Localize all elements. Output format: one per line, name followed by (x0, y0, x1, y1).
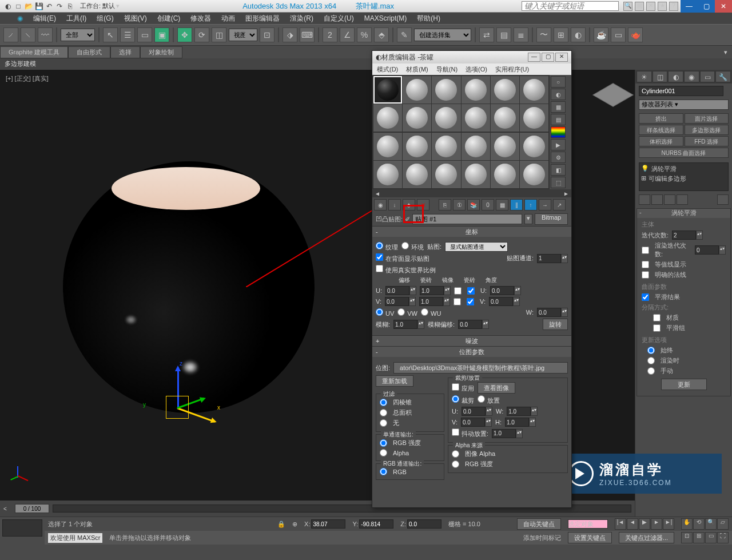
filter-pyramidal[interactable]: 四棱锥 (380, 398, 440, 407)
z-input[interactable] (407, 519, 441, 529)
sample-slot[interactable] (403, 104, 431, 132)
viewport-label[interactable]: [+] [正交] [真实] (6, 74, 49, 83)
menu-group[interactable]: 组(G) (97, 14, 113, 23)
map-name-input[interactable] (412, 214, 522, 224)
exchange-icon[interactable]: ✕ (646, 2, 655, 11)
menu-help[interactable]: 帮助(H) (417, 14, 440, 23)
select-name-icon[interactable]: ☰ (120, 27, 135, 42)
remove-icon[interactable] (677, 194, 688, 205)
patch-select-button[interactable]: 面片选择 (685, 113, 729, 124)
sep-material-check[interactable]: 材质 (642, 313, 726, 322)
blur-spinner[interactable] (393, 320, 417, 329)
slot-scrollbar[interactable]: ◄► (372, 189, 571, 197)
pan-icon[interactable]: ✋ (681, 518, 693, 530)
selection-filter[interactable]: 全部 (61, 29, 95, 41)
max-toggle-icon[interactable]: ⛶ (717, 532, 729, 543)
u-mirror[interactable] (454, 287, 462, 295)
explicit-normals-check[interactable]: 明确的法线 (642, 271, 726, 279)
sample-slot[interactable] (373, 104, 402, 132)
favorite-icon[interactable]: ★ (658, 2, 667, 11)
nurbs-select-button[interactable]: NURBS 曲面选择 (639, 148, 729, 158)
sample-slot[interactable] (491, 76, 519, 104)
put-to-scene-icon[interactable]: ↓ (388, 199, 401, 211)
redo-icon[interactable]: ↷ (55, 2, 64, 11)
prev-frame-icon[interactable]: ◄ (627, 518, 638, 530)
menu-tools[interactable]: 工具(I) (66, 14, 86, 23)
uv-radio[interactable]: UV (376, 308, 394, 317)
dropdown-icon[interactable]: ▾ (524, 214, 532, 224)
close-button[interactable]: ✕ (555, 53, 568, 62)
alpha-rgb[interactable]: RGB 强度 (452, 460, 564, 468)
modifier-list[interactable]: 修改器列表 ▾ (639, 100, 729, 110)
hierarchy-tab-icon[interactable]: ◐ (668, 71, 683, 82)
sample-slot[interactable] (403, 76, 431, 104)
abs-rel-icon[interactable]: ⊕ (292, 521, 297, 528)
menu-options[interactable]: 选项(O) (466, 65, 487, 74)
display-tab-icon[interactable]: ▭ (700, 71, 715, 82)
update-always-radio[interactable]: 始终 (642, 346, 726, 355)
polygon-modeling-label[interactable]: 多边形建模 (5, 60, 36, 67)
sample-slot[interactable] (373, 76, 402, 104)
show-end-icon[interactable] (651, 194, 663, 205)
poly-select-button[interactable]: 多边形选择 (685, 125, 729, 135)
v-offset[interactable] (385, 297, 409, 306)
view-image-button[interactable]: 查看图像 (478, 382, 515, 394)
isoline-check[interactable]: 等值线显示 (642, 260, 726, 269)
lock-icon[interactable]: 🔒 (277, 521, 285, 528)
bitmap-path-button[interactable]: ator\Desktop\3Dmax茶叶罐身模型制作教程\茶叶.jpg (393, 362, 568, 374)
menu-modifiers[interactable]: 修改器 (190, 14, 211, 23)
rotate-icon[interactable]: ⟳ (194, 27, 209, 42)
selected-objects-field[interactable]: 选定对象 (568, 519, 608, 529)
snap-percent-icon[interactable]: % (357, 27, 372, 42)
snap-2d-icon[interactable]: 2 (323, 27, 337, 42)
create-tab-icon[interactable]: ☀ (636, 71, 652, 82)
ribbon-expand-icon[interactable]: ▾ (719, 49, 732, 56)
timeline-arrow-icon[interactable]: < (0, 506, 10, 512)
curve-editor-icon[interactable]: 〜 (536, 27, 551, 42)
sample-slot[interactable] (432, 104, 460, 132)
ref-coord-system[interactable]: 视图 (229, 29, 257, 41)
render-iter-check[interactable]: 渲染迭代次数: ▴▾ (642, 241, 726, 259)
auto-key-button[interactable]: 自动关键点 (517, 518, 561, 530)
stack-item[interactable]: 💡涡轮平滑 (640, 164, 727, 174)
move-gizmo[interactable]: z x y (137, 367, 223, 453)
schematic-icon[interactable]: ⊞ (554, 27, 568, 42)
configure-icon[interactable] (717, 194, 729, 205)
search-input[interactable] (522, 1, 619, 11)
v-tile-check[interactable] (467, 298, 474, 305)
backlight-icon[interactable]: ◐ (551, 89, 566, 100)
sample-slot[interactable] (462, 76, 490, 104)
add-time-tag[interactable]: 添加时间标记 (523, 534, 561, 542)
texture-radio[interactable]: 纹理 (376, 242, 398, 252)
move-icon[interactable]: ✥ (177, 27, 192, 42)
region-zoom-icon[interactable]: ▭ (705, 532, 717, 543)
named-sel-edit-icon[interactable]: ✎ (397, 27, 412, 42)
ribbon-tab-graphite[interactable]: Graphite 建模工具 (0, 46, 68, 58)
link-icon[interactable]: ⟋ (3, 27, 18, 42)
jitter-spinner[interactable] (492, 429, 516, 438)
close-button[interactable]: ✕ (715, 0, 732, 13)
minimize-button[interactable]: — (681, 0, 698, 13)
unique-icon[interactable] (664, 194, 675, 205)
fov-icon[interactable]: ▱ (717, 518, 729, 530)
menu-customize[interactable]: 自定义(U) (324, 14, 354, 23)
menu-render[interactable]: 渲染(R) (290, 14, 313, 23)
channel-spinner[interactable] (537, 254, 561, 263)
video-check-icon[interactable] (551, 126, 566, 138)
minimize-button[interactable]: — (528, 53, 540, 62)
u-tile[interactable] (420, 286, 444, 295)
ffd-select-button[interactable]: FFD 选择 (685, 136, 729, 146)
mtl-map-nav-icon[interactable]: ⬚ (551, 177, 566, 188)
maximize-button[interactable]: ▢ (698, 0, 715, 13)
u-angle[interactable] (490, 286, 514, 295)
sample-slot[interactable] (491, 133, 519, 160)
modifier-stack[interactable]: 💡涡轮平滑 ⊞可编辑多边形 (639, 162, 729, 191)
show-map-icon[interactable]: ▦ (496, 199, 508, 211)
mirror-icon[interactable]: ⇄ (479, 27, 494, 42)
go-parent-icon[interactable]: ↑ (524, 199, 537, 211)
sample-slot[interactable] (403, 133, 431, 160)
stack-item[interactable]: ⊞可编辑多边形 (640, 174, 727, 184)
make-copy-icon[interactable]: ⎘ (439, 199, 451, 211)
utilities-tab-icon[interactable]: 🔧 (715, 71, 731, 82)
render-setup-icon[interactable]: ☕ (594, 27, 608, 42)
